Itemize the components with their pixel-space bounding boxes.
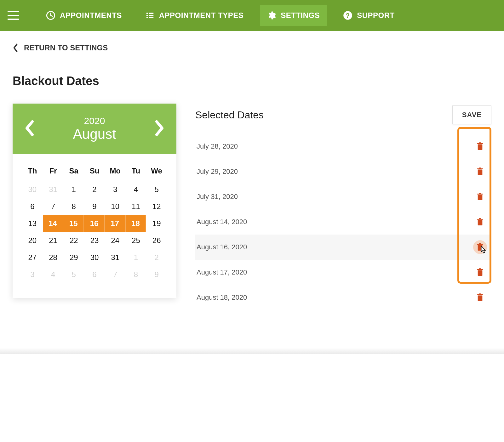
- calendar-day[interactable]: 15: [63, 215, 84, 232]
- calendar-day[interactable]: 14: [43, 215, 64, 232]
- calendar-day[interactable]: 26: [146, 232, 167, 249]
- calendar-dow: Su: [84, 167, 105, 181]
- selected-date-label: August 18, 2020: [197, 293, 247, 302]
- svg-rect-20: [479, 218, 481, 219]
- calendar-day[interactable]: 10: [105, 198, 126, 215]
- calendar-day[interactable]: 30: [84, 249, 105, 266]
- calendar-day[interactable]: 27: [22, 249, 43, 266]
- selected-dates-title: Selected Dates: [195, 109, 264, 121]
- calendar-day[interactable]: 25: [126, 232, 146, 249]
- menu-icon[interactable]: [8, 11, 19, 20]
- calendar-day[interactable]: 31: [105, 249, 126, 266]
- breadcrumb-label: RETURN TO SETTINGS: [24, 43, 108, 52]
- calendar-day[interactable]: 31: [43, 181, 64, 198]
- calendar-dow: Sa: [63, 167, 84, 181]
- selected-date-row: July 31, 2020: [195, 184, 491, 209]
- calendar-day[interactable]: 12: [146, 198, 167, 215]
- calendar-day[interactable]: 3: [105, 181, 126, 198]
- calendar-day[interactable]: 6: [22, 198, 43, 215]
- clock-icon: [46, 11, 55, 20]
- calendar-day[interactable]: 1: [63, 181, 84, 198]
- calendar-month: August: [73, 126, 116, 142]
- calendar-prev-button[interactable]: [19, 117, 40, 141]
- delete-date-button[interactable]: [473, 190, 487, 204]
- selected-date-row: August 18, 2020: [195, 285, 491, 310]
- calendar-day[interactable]: 30: [22, 181, 43, 198]
- page-footer-shadow: [0, 348, 504, 354]
- calendar-day[interactable]: 19: [146, 215, 167, 232]
- calendar-day[interactable]: 13: [22, 215, 43, 232]
- calendar-day[interactable]: 16: [84, 215, 105, 232]
- selected-date-label: July 31, 2020: [197, 193, 238, 201]
- calendar-day[interactable]: 20: [22, 232, 43, 249]
- calendar-day[interactable]: 1: [126, 249, 146, 266]
- svg-rect-11: [479, 142, 481, 143]
- calendar-dow: Tu: [126, 167, 146, 181]
- svg-text:?: ?: [346, 12, 350, 20]
- calendar-day[interactable]: 7: [105, 266, 126, 283]
- calendar-header: 2020 August: [13, 104, 176, 154]
- calendar-day[interactable]: 18: [126, 215, 146, 232]
- svg-rect-17: [479, 193, 481, 194]
- nav-support[interactable]: ?SUPPORT: [336, 5, 402, 26]
- calendar-day[interactable]: 8: [126, 266, 146, 283]
- calendar-day[interactable]: 28: [43, 249, 64, 266]
- calendar-day[interactable]: 23: [84, 232, 105, 249]
- svg-rect-24: [478, 270, 483, 276]
- svg-rect-4: [149, 15, 153, 16]
- selected-date-row: August 14, 2020: [195, 209, 491, 235]
- calendar-day[interactable]: 9: [146, 266, 167, 283]
- trash-icon: [477, 193, 484, 201]
- svg-rect-29: [479, 293, 481, 294]
- nav-appointment-types[interactable]: APPOINTMENT TYPES: [138, 5, 251, 26]
- calendar-day[interactable]: 11: [126, 198, 146, 215]
- nav-settings[interactable]: SETTINGS: [260, 5, 327, 26]
- calendar-day[interactable]: 21: [43, 232, 64, 249]
- selected-date-label: August 14, 2020: [197, 218, 247, 226]
- trash-icon: [477, 218, 484, 226]
- calendar-day[interactable]: 5: [146, 181, 167, 198]
- save-button[interactable]: SAVE: [452, 105, 491, 124]
- selected-dates-panel: Selected Dates SAVE July 28, 2020July 29…: [195, 104, 491, 310]
- calendar-day[interactable]: 24: [105, 232, 126, 249]
- calendar-day[interactable]: 29: [63, 249, 84, 266]
- svg-rect-22: [477, 244, 483, 245]
- selected-date-label: August 16, 2020: [197, 243, 247, 251]
- nav-appointments[interactable]: APPOINTMENTS: [39, 5, 129, 26]
- delete-date-button[interactable]: [473, 215, 487, 229]
- svg-rect-16: [477, 194, 483, 195]
- delete-date-button[interactable]: [473, 291, 487, 304]
- calendar-day[interactable]: 6: [84, 266, 105, 283]
- delete-date-button[interactable]: [473, 165, 487, 178]
- calendar-day[interactable]: 5: [63, 266, 84, 283]
- selected-date-row: July 29, 2020: [195, 159, 491, 184]
- svg-rect-23: [479, 243, 481, 244]
- calendar-day[interactable]: 7: [43, 198, 64, 215]
- calendar-next-button[interactable]: [149, 117, 170, 141]
- calendar-day[interactable]: 2: [146, 249, 167, 266]
- calendar-dow: We: [146, 167, 167, 181]
- calendar-day[interactable]: 17: [105, 215, 126, 232]
- selected-date-label: August 17, 2020: [197, 268, 247, 276]
- delete-date-button[interactable]: [473, 139, 487, 153]
- calendar-day[interactable]: 4: [126, 181, 146, 198]
- selected-date-row: August 16, 2020: [195, 235, 491, 260]
- calendar-title: 2020 August: [73, 116, 116, 142]
- calendar-day[interactable]: 3: [22, 266, 43, 283]
- calendar-day[interactable]: 4: [43, 266, 64, 283]
- calendar: 2020 August ThFrSaSuMoTuWe 3031123456789…: [13, 104, 176, 298]
- trash-icon: [477, 142, 484, 150]
- calendar-day[interactable]: 22: [63, 232, 84, 249]
- delete-date-button[interactable]: [473, 240, 487, 254]
- svg-rect-1: [146, 13, 148, 14]
- nav-label: APPOINTMENTS: [60, 11, 122, 20]
- calendar-day[interactable]: 8: [63, 198, 84, 215]
- svg-rect-10: [477, 143, 483, 144]
- trash-icon: [477, 243, 484, 251]
- svg-rect-6: [149, 17, 153, 18]
- delete-date-button[interactable]: [473, 265, 487, 279]
- return-to-settings-link[interactable]: RETURN TO SETTINGS: [13, 43, 491, 52]
- calendar-day[interactable]: 9: [84, 198, 105, 215]
- svg-rect-12: [478, 170, 483, 175]
- calendar-day[interactable]: 2: [84, 181, 105, 198]
